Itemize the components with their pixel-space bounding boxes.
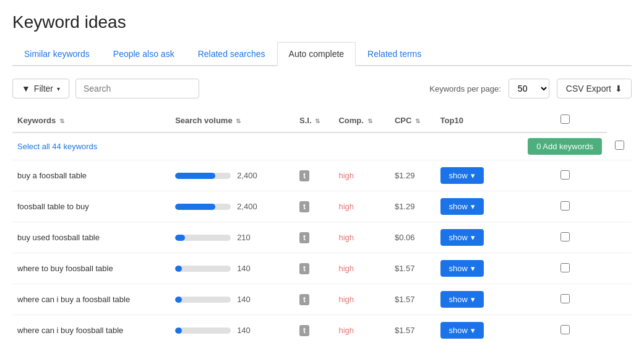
si-badge: t <box>299 325 309 336</box>
csv-export-label: CSV Export <box>566 84 611 93</box>
cpc-value: $1.57 <box>395 264 415 273</box>
row-checkbox[interactable] <box>560 170 570 180</box>
keyword-cell: where to buy foosball table <box>17 264 113 273</box>
table-row: where can i buy foosball table140thigh$1… <box>12 315 632 344</box>
add-keywords-button[interactable]: 0 Add keywords <box>528 138 602 155</box>
select-all-link[interactable]: Select all 44 keywords <box>17 142 97 151</box>
cpc-value: $1.29 <box>395 171 415 180</box>
comp-value: high <box>338 295 354 304</box>
row-checkbox[interactable] <box>560 201 570 211</box>
select-all-checkbox[interactable] <box>560 115 570 124</box>
table-row: buy a foosball table2,400thigh$1.29show … <box>12 160 632 191</box>
keyword-cell: where can i buy foosball table <box>17 326 123 335</box>
download-icon: ⬇ <box>615 84 622 93</box>
show-chevron-icon: ▾ <box>471 264 475 273</box>
comp-value: high <box>338 233 354 242</box>
keyword-cell: foosball table to buy <box>17 202 89 211</box>
volume-value: 210 <box>237 233 262 242</box>
si-badge: t <box>299 201 309 212</box>
comp-value: high <box>338 171 354 180</box>
keywords-per-page-label: Keywords per page: <box>429 84 501 93</box>
filter-label: Filter <box>34 84 53 93</box>
show-button[interactable]: show ▾ <box>440 167 484 184</box>
volume-value: 140 <box>237 326 262 335</box>
comp-value: high <box>338 202 354 211</box>
cpc-value: $1.57 <box>395 295 415 304</box>
toolbar-right: Keywords per page: 50 25 100 CSV Export … <box>429 79 632 98</box>
si-badge: t <box>299 294 309 305</box>
filter-icon: ▼ <box>22 84 30 93</box>
show-button[interactable]: show ▾ <box>440 322 484 339</box>
th-si[interactable]: S.I. ⇅ <box>294 108 333 132</box>
si-badge: t <box>299 232 309 243</box>
row-checkbox[interactable] <box>560 294 570 303</box>
show-button[interactable]: show ▾ <box>440 198 484 215</box>
th-checkbox <box>523 108 607 132</box>
toolbar: ▼ Filter ▾ Keywords per page: 50 25 100 … <box>12 79 632 98</box>
keyword-cell: buy a foosball table <box>17 171 87 180</box>
keywords-table: Keywords ⇅Search volume ⇅S.I. ⇅Comp. ⇅CP… <box>12 108 632 343</box>
volume-value: 2,400 <box>237 171 262 180</box>
volume-value: 140 <box>237 264 262 273</box>
row-checkbox[interactable] <box>560 232 570 241</box>
select-all-row-checkbox[interactable] <box>615 141 624 150</box>
row-checkbox[interactable] <box>560 325 570 334</box>
tab-people-also-ask[interactable]: People also ask <box>101 42 186 65</box>
page-title: Keyword ideas <box>12 12 632 32</box>
select-all-row: Select all 44 keywords0 Add keywords <box>12 132 632 160</box>
volume-value: 2,400 <box>237 202 262 211</box>
show-chevron-icon: ▾ <box>471 233 475 242</box>
show-chevron-icon: ▾ <box>471 326 475 335</box>
cpc-value: $0.06 <box>395 233 415 242</box>
csv-export-button[interactable]: CSV Export ⬇ <box>557 79 632 98</box>
table-header: Keywords ⇅Search volume ⇅S.I. ⇅Comp. ⇅CP… <box>12 108 632 132</box>
table-body: Select all 44 keywords0 Add keywordsbuy … <box>12 132 632 343</box>
per-page-select[interactable]: 50 25 100 <box>509 79 549 98</box>
th-comp[interactable]: Comp. ⇅ <box>333 108 389 132</box>
tabs-container: Similar keywordsPeople also askRelated s… <box>12 42 632 66</box>
show-button[interactable]: show ▾ <box>440 260 484 277</box>
toolbar-left: ▼ Filter ▾ <box>12 79 199 98</box>
th-keywords[interactable]: Keywords ⇅ <box>12 108 170 132</box>
tab-similar-keywords[interactable]: Similar keywords <box>12 42 101 65</box>
comp-value: high <box>338 264 354 273</box>
row-checkbox[interactable] <box>560 263 570 272</box>
table-row: where to buy foosball table140thigh$1.57… <box>12 253 632 284</box>
si-badge: t <box>299 263 309 274</box>
table-row: foosball table to buy2,400thigh$1.29show… <box>12 191 632 222</box>
show-chevron-icon: ▾ <box>471 171 475 180</box>
th-cpc[interactable]: CPC ⇅ <box>390 108 436 132</box>
tab-related-terms[interactable]: Related terms <box>356 42 433 65</box>
cpc-value: $1.29 <box>395 202 415 211</box>
th-top10: Top10 <box>436 108 523 132</box>
tab-related-searches[interactable]: Related searches <box>186 42 277 65</box>
filter-button[interactable]: ▼ Filter ▾ <box>12 79 69 98</box>
keyword-cell: where can i buy a foosball table <box>17 295 130 304</box>
table-row: where can i buy a foosball table140thigh… <box>12 284 632 315</box>
cpc-value: $1.57 <box>395 326 415 335</box>
show-button[interactable]: show ▾ <box>440 229 484 246</box>
th-search-volume[interactable]: Search volume ⇅ <box>170 108 294 132</box>
show-chevron-icon: ▾ <box>471 202 475 211</box>
show-button[interactable]: show ▾ <box>440 291 484 308</box>
si-badge: t <box>299 170 309 181</box>
volume-value: 140 <box>237 295 262 304</box>
keyword-cell: buy used foosball table <box>17 233 100 242</box>
tab-auto-complete[interactable]: Auto complete <box>277 42 356 66</box>
comp-value: high <box>338 326 354 335</box>
search-input[interactable] <box>75 79 199 98</box>
table-row: buy used foosball table210thigh$0.06show… <box>12 222 632 253</box>
filter-chevron-icon: ▾ <box>57 85 60 92</box>
show-chevron-icon: ▾ <box>471 295 475 304</box>
